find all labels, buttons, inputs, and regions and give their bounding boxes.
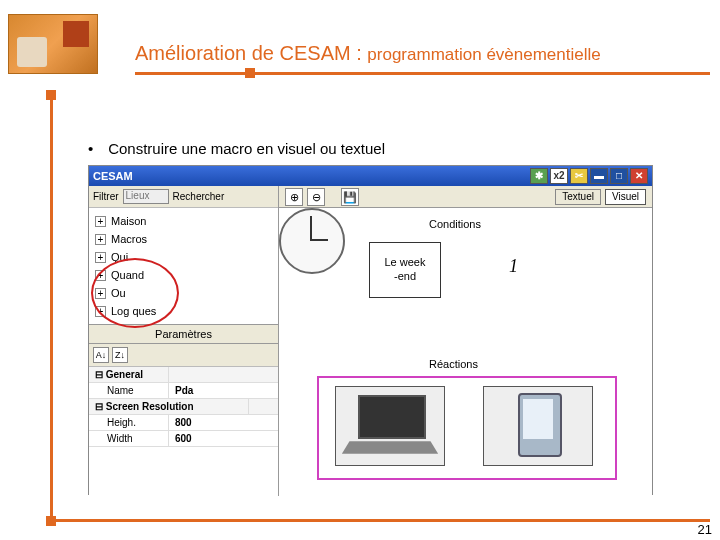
expand-icon[interactable]: + [95,234,106,245]
property-grid: ⊟ General NamePda ⊟ Screen Resolution He… [89,367,278,447]
expand-icon[interactable]: + [95,288,106,299]
prop-group-general: General [106,369,143,380]
titlebar-star-button[interactable]: ✱ [530,168,548,184]
window-title: CESAM [93,170,530,182]
reactions-label: Réactions [429,358,478,370]
clock-number: 1 [509,256,518,277]
tree-label: Ou [111,287,126,299]
reaction-laptop-box[interactable] [335,386,445,466]
zoom-in-icon[interactable]: ⊕ [285,188,303,206]
titlebar-max-button[interactable]: □ [610,168,628,184]
tree-item-quand[interactable]: +Quand [89,266,278,284]
filter-label: Filtrer [93,191,119,202]
tree-item-macros[interactable]: +Macros [89,230,278,248]
params-header: Paramètres [89,324,278,344]
toolbar: ⊕ ⊖ 💾 Textuel Visuel [279,186,652,208]
decorative-rule [135,72,710,75]
logo-image [8,14,98,74]
left-pane: Filtrer Lieux Rechercher +Maison +Macros… [89,186,279,496]
sort-az-button[interactable]: A↓ [93,347,109,363]
reaction-pda-box[interactable] [483,386,593,466]
decorative-rule [46,519,710,522]
canvas: Conditions Le week -end 1 Réactions [279,208,652,494]
condition-clock-box[interactable] [279,208,345,274]
embedded-screenshot: CESAM ✱ x2 ✂ ▬ □ ✕ Filtrer Lieux Recherc… [88,165,653,495]
expand-icon[interactable]: + [95,252,106,263]
bullet-label: Construire une macro en visuel ou textue… [108,140,385,157]
bullet-icon: • [88,140,104,157]
prop-group-screen: Screen Resolution [106,401,194,412]
expand-icon[interactable]: + [95,216,106,227]
condition-weekend-box[interactable]: Le week -end [369,242,441,298]
tree-label: Qui [111,251,128,263]
slide-title: Amélioration de CESAM : programmation év… [135,42,601,65]
expand-icon[interactable]: + [95,270,106,281]
tree-label: Log ques [111,305,156,317]
save-icon[interactable]: 💾 [341,188,359,206]
tree-item-logiques[interactable]: +Log ques [89,302,278,320]
mode-visuel-button[interactable]: Visuel [605,189,646,205]
expand-icon[interactable]: + [95,306,106,317]
prop-name-label: Name [89,383,169,398]
tree-item-qui[interactable]: +Qui [89,248,278,266]
titlebar-x2-button[interactable]: x2 [550,168,568,184]
weekend-line2: -end [394,270,416,282]
tree-label: Maison [111,215,146,227]
tree-label: Quand [111,269,144,281]
prop-width-value[interactable]: 600 [169,431,278,446]
prop-width-label: Width [89,431,169,446]
prop-height-value[interactable]: 800 [169,415,278,430]
prop-name-value[interactable]: Pda [169,383,278,398]
tree-label: Macros [111,233,147,245]
sort-za-button[interactable]: Z↓ [112,347,128,363]
right-pane: ⊕ ⊖ 💾 Textuel Visuel Conditions Le week … [279,186,652,496]
zoom-out-icon[interactable]: ⊖ [307,188,325,206]
conditions-label: Conditions [429,218,481,230]
page-number: 21 [698,522,712,537]
bullet-text: • Construire une macro en visuel ou text… [88,140,385,157]
mode-textuel-button[interactable]: Textuel [555,189,601,205]
titlebar-cut-button[interactable]: ✂ [570,168,588,184]
titlebar-min-button[interactable]: ▬ [590,168,608,184]
tree-item-maison[interactable]: +Maison [89,212,278,230]
tree-view: +Maison +Macros +Qui +Quand +Ou +Log que… [89,208,278,324]
prop-height-label: Heigh. [89,415,169,430]
window-titlebar: CESAM ✱ x2 ✂ ▬ □ ✕ [89,166,652,186]
filter-input[interactable]: Lieux [123,189,169,204]
weekend-line1: Le week [385,256,426,268]
tree-item-ou[interactable]: +Ou [89,284,278,302]
search-label[interactable]: Rechercher [173,191,225,202]
title-sub: programmation évènementielle [367,45,600,64]
decorative-vbar [50,95,53,525]
title-main: Amélioration de CESAM : [135,42,362,64]
titlebar-close-button[interactable]: ✕ [630,168,648,184]
